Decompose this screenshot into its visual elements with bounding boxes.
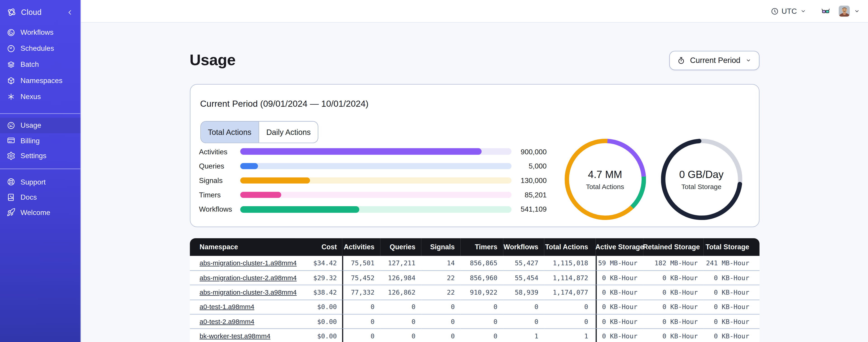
namespace-cell: abs-migration-cluster-2.a98mm4 [190, 270, 295, 285]
namespace-cell: a0-test-2.a98mm4 [190, 314, 295, 329]
namespace-link[interactable]: abs-migration-cluster-1.a98mm4 [199, 259, 297, 267]
tab-daily-actions[interactable]: Daily Actions [259, 122, 318, 143]
bar-value: 900,000 [511, 147, 547, 156]
sidebar: Cloud WorkflowsSchedulesBatchNamespacesN… [0, 0, 81, 342]
bar-label: Queries [199, 162, 240, 170]
sidebar-item-docs[interactable]: Docs [0, 190, 80, 205]
activities-cell: 75,452 [342, 270, 380, 285]
bar-track [240, 163, 511, 169]
sidebar-item-label: Usage [21, 121, 41, 130]
bar-value: 5,000 [511, 162, 547, 170]
column-header-queries: Queries [380, 238, 421, 255]
bar-value: 130,000 [511, 176, 547, 185]
sidebar-item-settings[interactable]: Settings [0, 148, 80, 163]
total_actions-cell: 0 [544, 299, 595, 314]
retained_storage-cell: 182 MB-Hour [643, 255, 703, 270]
sidebar-item-label: Batch [21, 60, 39, 69]
column-header-retained_storage: Retained Storage [643, 238, 703, 255]
timers-cell: 856,960 [460, 270, 503, 285]
welcome-icon [6, 208, 16, 217]
queries-cell: 127,211 [380, 255, 421, 270]
support-icon [6, 177, 16, 186]
total-storage-value: 0 GB/Day [679, 168, 724, 180]
bar-label: Timers [199, 191, 240, 199]
column-header-total_actions: Total Actions [544, 238, 595, 255]
retained_storage-cell: 0 KB-Hour [643, 329, 703, 342]
total_actions-cell: 1,115,018 [544, 255, 595, 270]
sidebar-collapse-button[interactable] [66, 8, 74, 16]
namespace-link[interactable]: abs-migration-cluster-3.a98mm4 [199, 288, 297, 296]
queries-cell: 0 [380, 299, 421, 314]
namespace-link[interactable]: a0-test-2.a98mm4 [199, 318, 254, 325]
column-header-namespace: Namespace [190, 238, 295, 255]
signals-cell: 0 [421, 329, 460, 342]
total_storage-cell: 241 MB-Hour [703, 255, 759, 270]
column-header-timers: Timers [460, 238, 503, 255]
user-avatar[interactable] [838, 5, 850, 17]
sidebar-nav-footer: SupportDocsWelcome [0, 169, 80, 220]
table-row: a0-test-1.a98mm4$0.000000000 KB-Hour0 KB… [190, 299, 759, 314]
column-header-workflows: Workflows [503, 238, 544, 255]
active_storage-cell: 0 KB-Hour [595, 270, 643, 285]
total_storage-cell: 0 KB-Hour [703, 329, 759, 342]
sidebar-item-schedules[interactable]: Schedules [0, 40, 80, 57]
namespace-cell: bk-worker-test.a98mm4 [190, 329, 295, 342]
sidebar-item-batch[interactable]: Batch [0, 57, 80, 72]
workflows-cell: 0 [503, 314, 544, 329]
sidebar-item-welcome[interactable]: Welcome [0, 205, 80, 220]
chevron-down-icon [745, 57, 751, 63]
retained_storage-cell: 0 KB-Hour [643, 270, 703, 285]
namespace-link[interactable]: abs-migration-cluster-2.a98mm4 [199, 274, 297, 281]
signals-cell: 0 [421, 299, 460, 314]
actions-tabs: Total ActionsDaily Actions [200, 121, 318, 143]
activities-cell: 0 [342, 299, 380, 314]
actions-bar-chart: Activities900,000Queries5,000Signals130,… [199, 144, 547, 217]
bar-track [240, 206, 511, 212]
namespace-cell: a0-test-1.a98mm4 [190, 299, 295, 314]
namespaces-icon [6, 76, 16, 85]
bar-fill [240, 192, 281, 198]
timers-cell: 0 [460, 314, 503, 329]
active_storage-cell: 0 KB-Hour [595, 329, 643, 342]
glasses-icon[interactable] [821, 8, 830, 14]
timezone-label: UTC [781, 7, 797, 15]
sidebar-item-usage[interactable]: Usage [0, 118, 80, 133]
settings-icon [6, 151, 16, 160]
signals-cell: 0 [421, 314, 460, 329]
timezone-select[interactable]: UTC [770, 7, 806, 15]
sidebar-item-workflows[interactable]: Workflows [0, 24, 80, 40]
billing-icon [6, 136, 16, 145]
workflows-cell: 55,454 [503, 270, 544, 285]
namespace-usage-table: NamespaceCostActivitiesQueriesSignalsTim… [190, 238, 759, 342]
sidebar-item-namespaces[interactable]: Namespaces [0, 72, 80, 89]
bar-label: Workflows [199, 205, 240, 214]
period-select-button[interactable]: Current Period [670, 50, 759, 70]
retained_storage-cell: 0 KB-Hour [643, 285, 703, 300]
column-header-active_storage: Active Storage [595, 238, 643, 255]
namespace-link[interactable]: a0-test-1.a98mm4 [199, 303, 254, 311]
bar-track [240, 148, 511, 155]
timers-cell: 910,922 [460, 285, 503, 300]
tab-total-actions[interactable]: Total Actions [200, 122, 258, 143]
total_actions-cell: 1 [544, 329, 595, 342]
column-header-activities: Activities [342, 238, 380, 255]
bar-row-timers: Timers85,201 [199, 188, 547, 202]
sidebar-item-support[interactable]: Support [0, 174, 80, 190]
active_storage-cell: 0 KB-Hour [595, 314, 643, 329]
bar-row-activities: Activities900,000 [199, 144, 547, 159]
table-row: bk-worker-test.a98mm4$0.000000110 KB-Hou… [190, 329, 759, 342]
usage-icon [6, 121, 16, 130]
bar-track [240, 192, 511, 198]
table-header-row: NamespaceCostActivitiesQueriesSignalsTim… [190, 238, 759, 255]
namespace-link[interactable]: bk-worker-test.a98mm4 [199, 332, 271, 340]
brand-label: Cloud [21, 8, 41, 16]
period-button-label: Current Period [690, 56, 740, 65]
user-menu-chevron-down-icon[interactable] [854, 8, 860, 14]
total_storage-cell: 0 KB-Hour [703, 299, 759, 314]
bar-label: Signals [199, 176, 240, 185]
bar-row-signals: Signals130,000 [199, 173, 547, 188]
queries-cell: 0 [380, 314, 421, 329]
sidebar-item-billing[interactable]: Billing [0, 133, 80, 148]
sidebar-item-label: Support [21, 178, 46, 186]
sidebar-item-nexus[interactable]: Nexus [0, 89, 80, 104]
